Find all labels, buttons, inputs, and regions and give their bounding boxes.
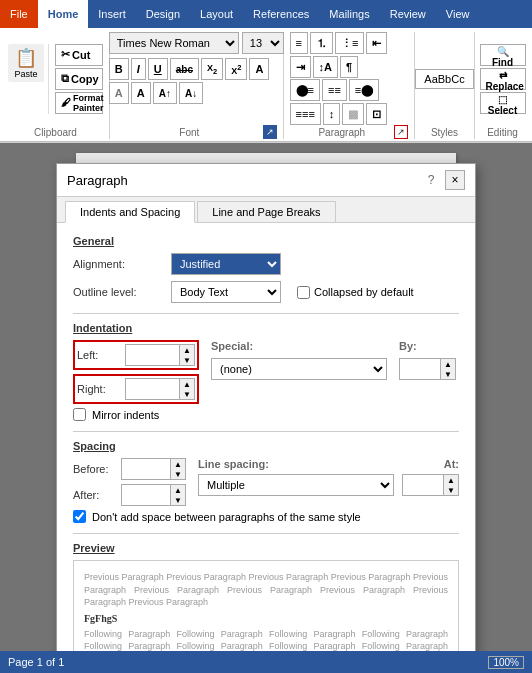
ribbon: File Home Insert Design Layout Reference… bbox=[0, 0, 532, 143]
replace-button[interactable]: ⇄ Replace bbox=[480, 68, 526, 90]
right-indent-up[interactable]: ▲ bbox=[180, 379, 194, 389]
sort-button[interactable]: ↕A bbox=[313, 56, 338, 78]
right-indent-row: Right: 0 cm ▲ ▼ bbox=[77, 378, 195, 400]
justify-button[interactable]: ≡≡≡ bbox=[290, 103, 321, 125]
bullets-button[interactable]: ≡ bbox=[290, 32, 308, 54]
find-button[interactable]: 🔍 Find bbox=[480, 44, 526, 66]
text-effect-button[interactable]: A bbox=[131, 82, 151, 104]
tab-home[interactable]: Home bbox=[38, 0, 89, 28]
divider-3 bbox=[73, 533, 459, 534]
collapsed-label: Collapsed by default bbox=[314, 286, 414, 298]
font-size-increase[interactable]: A↑ bbox=[153, 82, 177, 104]
paragraph-dialog-launcher[interactable]: ↗ bbox=[394, 125, 408, 139]
dont-add-space-checkbox[interactable] bbox=[73, 510, 86, 523]
underline-button[interactable]: U bbox=[148, 58, 168, 80]
mirror-indents-checkbox[interactable] bbox=[73, 408, 86, 421]
shading-button[interactable]: ▩ bbox=[342, 103, 364, 125]
tab-review[interactable]: Review bbox=[380, 0, 436, 28]
spacing-section: Spacing Before: 0 pt ▲ ▼ bbox=[73, 440, 459, 523]
outline-level-select[interactable]: Body Text bbox=[171, 281, 281, 303]
right-indent-down[interactable]: ▼ bbox=[180, 389, 194, 399]
tab-file[interactable]: File bbox=[0, 0, 38, 28]
show-formatting-button[interactable]: ¶ bbox=[340, 56, 358, 78]
divider-1 bbox=[73, 313, 459, 314]
tab-mailings[interactable]: Mailings bbox=[319, 0, 379, 28]
styles-label: Styles bbox=[427, 125, 462, 139]
ribbon-group-font: Times New Roman 13 B I U abc X2 X2 A A A bbox=[110, 32, 284, 139]
bold-button[interactable]: B bbox=[109, 58, 129, 80]
preview-previous-text: Previous Paragraph Previous Paragraph Pr… bbox=[84, 571, 448, 609]
strikethrough-button[interactable]: abc bbox=[170, 58, 199, 80]
dialog-tab-line-breaks[interactable]: Line and Page Breaks bbox=[197, 201, 335, 222]
decrease-indent-button[interactable]: ⇤ bbox=[366, 32, 387, 54]
line-spacing-select[interactable]: Multiple bbox=[198, 474, 394, 496]
before-down[interactable]: ▼ bbox=[171, 469, 185, 479]
at-up[interactable]: ▲ bbox=[444, 475, 458, 485]
copy-button[interactable]: ⧉ Copy bbox=[55, 68, 103, 90]
status-bar-right: 100% bbox=[488, 656, 524, 669]
font-color-button[interactable]: A bbox=[249, 58, 269, 80]
outline-level-row: Outline level: Body Text Collapsed by de… bbox=[73, 281, 459, 303]
left-indent-row: Left: 0 cm ▲ ▼ bbox=[77, 344, 195, 366]
before-up[interactable]: ▲ bbox=[171, 459, 185, 469]
page-info: Page 1 of 1 bbox=[8, 656, 64, 668]
after-down[interactable]: ▼ bbox=[171, 495, 185, 505]
highlight-button[interactable]: A bbox=[109, 82, 129, 104]
tab-references[interactable]: References bbox=[243, 0, 319, 28]
format-painter-icon: 🖌 bbox=[61, 97, 71, 108]
left-indent-up[interactable]: ▲ bbox=[180, 345, 194, 355]
alignment-select[interactable]: Justified bbox=[171, 253, 281, 275]
paste-button[interactable]: 📋 Paste bbox=[8, 44, 44, 82]
by-label: By: bbox=[399, 340, 459, 352]
special-select[interactable]: (none) bbox=[211, 358, 387, 380]
subscript-button[interactable]: X2 bbox=[201, 58, 223, 80]
spacing-before-row: Before: 0 pt ▲ ▼ bbox=[73, 458, 186, 480]
italic-button[interactable]: I bbox=[131, 58, 146, 80]
align-center-button[interactable]: ≡≡ bbox=[322, 79, 347, 101]
borders-button[interactable]: ⊡ bbox=[366, 103, 387, 125]
mirror-indents-row: Mirror indents bbox=[73, 408, 459, 421]
at-input[interactable]: 1.35 bbox=[402, 474, 444, 496]
after-up[interactable]: ▲ bbox=[171, 485, 185, 495]
right-indent-input[interactable]: 0 cm bbox=[125, 378, 180, 400]
tab-view[interactable]: View bbox=[436, 0, 480, 28]
status-bar: Page 1 of 1 100% bbox=[0, 651, 532, 673]
dialog-title-bar: Paragraph ? × bbox=[57, 164, 475, 197]
ribbon-content: 📋 Paste ✂ Cut ⧉ Copy 🖌 Format Painter bbox=[0, 28, 532, 142]
by-input[interactable] bbox=[399, 358, 441, 380]
multilevel-list-button[interactable]: ⋮≡ bbox=[335, 32, 364, 54]
format-painter-button[interactable]: 🖌 Format Painter bbox=[55, 92, 103, 114]
zoom-button[interactable]: 100% bbox=[488, 656, 524, 669]
increase-indent-button[interactable]: ⇥ bbox=[290, 56, 311, 78]
by-up[interactable]: ▲ bbox=[441, 359, 455, 369]
dialog-title-actions: ? × bbox=[421, 170, 465, 190]
align-left-button[interactable]: ⬤≡ bbox=[290, 79, 320, 101]
select-button[interactable]: ⬚ Select bbox=[480, 92, 526, 114]
by-down[interactable]: ▼ bbox=[441, 369, 455, 379]
before-input[interactable]: 0 pt bbox=[121, 458, 171, 480]
at-label: At: bbox=[444, 458, 459, 470]
after-input[interactable]: 6 pt bbox=[121, 484, 171, 506]
dialog-close-button[interactable]: × bbox=[445, 170, 465, 190]
font-size-select[interactable]: 13 bbox=[242, 32, 284, 54]
font-size-decrease[interactable]: A↓ bbox=[179, 82, 203, 104]
spacing-after-row: After: 6 pt ▲ ▼ bbox=[73, 484, 186, 506]
superscript-button[interactable]: X2 bbox=[225, 58, 247, 80]
line-spacing-button[interactable]: ↕ bbox=[323, 103, 341, 125]
numbering-button[interactable]: ⒈ bbox=[310, 32, 333, 54]
font-name-select[interactable]: Times New Roman bbox=[109, 32, 239, 54]
tab-insert[interactable]: Insert bbox=[88, 0, 136, 28]
dialog-help-button[interactable]: ? bbox=[421, 170, 441, 190]
dialog-tab-indents-spacing[interactable]: Indents and Spacing bbox=[65, 201, 195, 223]
left-indent-down[interactable]: ▼ bbox=[180, 355, 194, 365]
tab-design[interactable]: Design bbox=[136, 0, 190, 28]
tab-layout[interactable]: Layout bbox=[190, 0, 243, 28]
font-dialog-launcher[interactable]: ↗ bbox=[263, 125, 277, 139]
left-indent-input[interactable]: 0 cm bbox=[125, 344, 180, 366]
cut-button[interactable]: ✂ Cut bbox=[55, 44, 103, 66]
collapsed-checkbox[interactable] bbox=[297, 286, 310, 299]
at-down[interactable]: ▼ bbox=[444, 485, 458, 495]
spacing-after-label: After: bbox=[73, 489, 113, 501]
align-right-button[interactable]: ≡⬤ bbox=[349, 79, 379, 101]
copy-icon: ⧉ bbox=[61, 72, 69, 85]
